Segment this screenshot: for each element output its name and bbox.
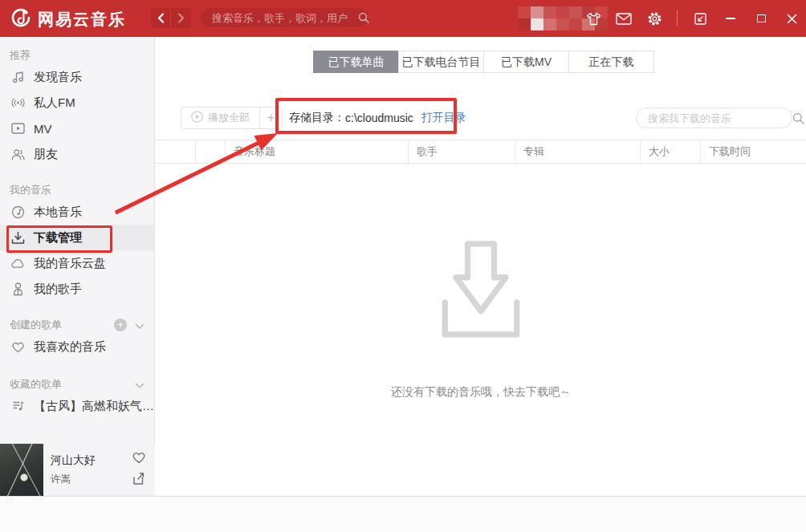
sidebar-item-label: 【古风】高燃和妖气满满... bbox=[34, 399, 154, 414]
chevron-down-icon[interactable] bbox=[135, 319, 145, 331]
heart-icon bbox=[11, 340, 25, 354]
column-index bbox=[196, 140, 226, 163]
mv-icon bbox=[11, 122, 25, 136]
column-size: 大小 bbox=[641, 140, 701, 163]
netease-logo-icon bbox=[10, 6, 32, 32]
mini-mode-icon[interactable] bbox=[692, 10, 708, 26]
sidebar-item-label: MV bbox=[34, 122, 52, 136]
sidebar-section-my-music: 我的音乐 bbox=[0, 172, 154, 199]
tab-downloaded-mv[interactable]: 已下载MV bbox=[483, 51, 569, 73]
sidebar-item-local-music[interactable]: 本地音乐 bbox=[0, 199, 154, 225]
storage-directory-label: 存储目录： bbox=[289, 111, 345, 125]
sidebar-item-my-singers[interactable]: 我的歌手 bbox=[0, 276, 154, 302]
singer-icon bbox=[11, 282, 25, 296]
table-header: 音乐标题 歌手 专辑 大小 下载时间 bbox=[156, 140, 806, 164]
search-icon[interactable] bbox=[792, 112, 804, 124]
chevron-down-icon[interactable] bbox=[135, 379, 145, 391]
close-icon[interactable] bbox=[784, 10, 800, 26]
mail-icon[interactable] bbox=[616, 10, 632, 26]
download-manager-page: 已下载单曲 已下载电台节目 已下载MV 正在下载 播放全部 + 存储目录：c:\… bbox=[156, 37, 806, 496]
search-icon[interactable] bbox=[358, 12, 369, 23]
maximize-icon[interactable] bbox=[753, 10, 769, 26]
sidebar-item-label: 我的音乐云盘 bbox=[34, 256, 106, 271]
play-circle-icon bbox=[191, 111, 203, 125]
friends-icon bbox=[11, 148, 25, 161]
sidebar-item-download-manager[interactable]: 下载管理 bbox=[0, 225, 154, 250]
column-title: 音乐标题 bbox=[226, 140, 409, 163]
skin-icon[interactable] bbox=[585, 10, 601, 26]
settings-icon[interactable] bbox=[646, 10, 662, 26]
create-playlist-icon[interactable]: + bbox=[114, 319, 127, 331]
empty-message: 还没有下载的音乐哦，快去下载吧～ bbox=[156, 385, 806, 400]
sidebar-item-playlist-gufeng[interactable]: 【古风】高燃和妖气满满... bbox=[0, 393, 154, 419]
playlist-icon bbox=[11, 400, 25, 413]
nav-forward-button[interactable] bbox=[171, 8, 191, 28]
sidebar-item-label: 我喜欢的音乐 bbox=[34, 339, 106, 355]
sidebar-item-label: 我的歌手 bbox=[34, 282, 82, 297]
title-bar: 网易云音乐 bbox=[0, 0, 806, 37]
download-icon bbox=[11, 231, 25, 245]
sidebar-item-label: 朋友 bbox=[34, 147, 58, 162]
sidebar-item-cloud-disk[interactable]: 我的音乐云盘 bbox=[0, 250, 154, 276]
sidebar-item-liked-music[interactable]: 我喜欢的音乐 bbox=[0, 334, 154, 359]
sidebar-item-mv[interactable]: MV bbox=[0, 116, 154, 141]
nav-back-button[interactable] bbox=[151, 8, 171, 28]
sidebar-item-label: 本地音乐 bbox=[34, 205, 82, 220]
sidebar-section-collected-playlists: 收藏的歌单 bbox=[0, 366, 154, 393]
fm-icon bbox=[11, 96, 25, 110]
global-search-input[interactable] bbox=[201, 12, 358, 24]
empty-state: 还没有下载的音乐哦，快去下载吧～ bbox=[156, 236, 806, 400]
sidebar-item-label: 私人FM bbox=[34, 95, 75, 111]
download-search-input[interactable] bbox=[637, 112, 792, 124]
minimize-icon[interactable] bbox=[723, 10, 739, 26]
share-icon[interactable] bbox=[132, 472, 146, 489]
add-to-playlist-button[interactable]: + bbox=[260, 108, 282, 128]
download-tabs: 已下载单曲 已下载电台节目 已下载MV 正在下载 bbox=[314, 51, 654, 73]
sidebar-section-recommend: 推荐 bbox=[0, 37, 154, 64]
tab-downloaded-radio[interactable]: 已下载电台节目 bbox=[398, 51, 484, 73]
tab-downloading[interactable]: 正在下载 bbox=[568, 51, 654, 73]
local-music-icon bbox=[11, 205, 25, 219]
download-search-box[interactable] bbox=[636, 108, 792, 128]
column-download-time: 下载时间 bbox=[701, 140, 806, 163]
app-title: 网易云音乐 bbox=[38, 9, 126, 30]
sidebar-item-personal-fm[interactable]: 私人FM bbox=[0, 90, 154, 116]
cloud-icon bbox=[11, 257, 25, 270]
sidebar: 推荐 发现音乐 私人FM MV 朋友 我的音乐 bbox=[0, 37, 155, 444]
album-art[interactable] bbox=[0, 444, 43, 496]
play-all-button[interactable]: 播放全部 + bbox=[181, 107, 283, 129]
sidebar-item-friends[interactable]: 朋友 bbox=[0, 141, 154, 167]
music-note-icon bbox=[11, 71, 25, 84]
now-playing-artist[interactable]: 许嵩 bbox=[51, 473, 71, 486]
tab-downloaded-songs[interactable]: 已下载单曲 bbox=[313, 51, 399, 73]
sidebar-section-created-playlists: 创建的歌单 + bbox=[0, 307, 154, 334]
sidebar-item-discover[interactable]: 发现音乐 bbox=[0, 64, 154, 90]
app-window: 网易云音乐 bbox=[0, 0, 806, 532]
header-divider bbox=[677, 10, 678, 26]
column-album: 专辑 bbox=[515, 140, 641, 163]
now-playing-panel: 河山大好 许嵩 bbox=[0, 444, 155, 496]
column-artist: 歌手 bbox=[409, 140, 515, 163]
column-select bbox=[156, 140, 196, 163]
sidebar-item-label: 发现音乐 bbox=[34, 70, 82, 85]
open-directory-link[interactable]: 打开目录 bbox=[421, 111, 466, 125]
download-empty-icon bbox=[422, 337, 539, 351]
like-song-icon[interactable] bbox=[132, 451, 146, 467]
app-logo[interactable]: 网易云音乐 bbox=[10, 6, 126, 32]
player-bar: 00:31 03:16 词 10 bbox=[0, 496, 806, 532]
storage-directory-path: c:\cloudmusic bbox=[345, 112, 413, 124]
sidebar-item-label: 下载管理 bbox=[34, 230, 82, 246]
now-playing-title[interactable]: 河山大好 bbox=[51, 453, 96, 468]
global-search-box[interactable] bbox=[201, 8, 368, 27]
storage-directory: 存储目录：c:\cloudmusic 打开目录 bbox=[289, 111, 466, 125]
